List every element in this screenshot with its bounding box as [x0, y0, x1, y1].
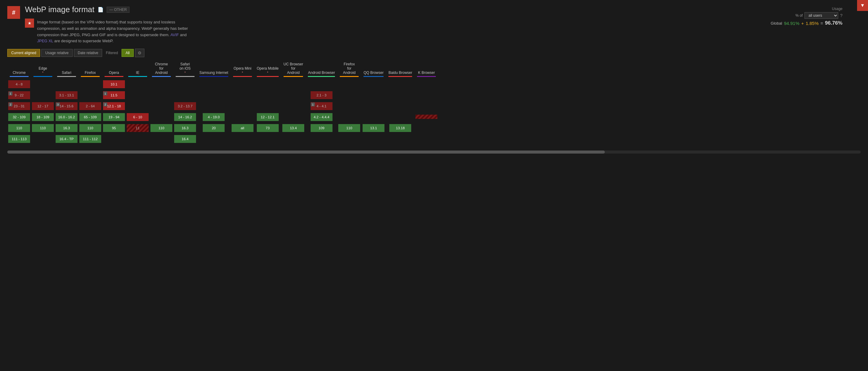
table-cell[interactable] — [126, 101, 150, 112]
table-cell[interactable]: 11 — [126, 122, 150, 134]
scrollbar-track[interactable] — [7, 150, 861, 153]
table-cell[interactable] — [150, 90, 173, 101]
jpegxl-link[interactable]: JPEG XL — [37, 39, 53, 43]
table-cell[interactable]: 6 - 10 — [126, 112, 150, 122]
cell-0-8[interactable] — [203, 79, 225, 89]
cell-3-16[interactable] — [415, 115, 437, 119]
tab-all[interactable]: All — [122, 49, 133, 57]
table-cell[interactable] — [231, 79, 254, 90]
table-cell[interactable] — [386, 134, 414, 144]
table-cell[interactable] — [126, 134, 150, 144]
table-cell[interactable]: all — [231, 122, 254, 134]
cell-4-1[interactable]: 110 — [32, 124, 54, 132]
table-cell[interactable]: 4 - 19.0 — [197, 112, 231, 122]
table-cell[interactable]: 16.3 — [173, 122, 197, 134]
table-cell[interactable] — [254, 134, 281, 144]
cell-1-10[interactable] — [257, 90, 279, 100]
help-button[interactable]: ? — [840, 13, 842, 18]
table-cell[interactable] — [414, 134, 438, 144]
cell-1-9[interactable] — [231, 90, 253, 100]
table-cell[interactable] — [231, 134, 254, 144]
table-cell[interactable] — [55, 79, 79, 90]
cell-4-5[interactable]: 11 — [127, 124, 149, 132]
table-cell[interactable]: 110 — [150, 122, 173, 134]
cell-0-5[interactable] — [127, 79, 149, 89]
cell-0-15[interactable] — [389, 79, 411, 89]
cell-3-0[interactable]: 32 - 109 — [8, 113, 30, 121]
table-cell[interactable]: 16.3 — [55, 122, 79, 134]
cell-1-13[interactable] — [338, 90, 360, 100]
cell-3-8[interactable]: 4 - 19.0 — [203, 113, 225, 121]
table-cell[interactable] — [414, 90, 438, 101]
cell-4-2[interactable]: 16.3 — [56, 124, 78, 132]
cell-0-12[interactable] — [311, 79, 333, 89]
table-cell[interactable] — [361, 79, 386, 90]
cell-0-4[interactable]: 10.1 — [103, 80, 125, 88]
cell-1-1[interactable] — [32, 90, 54, 100]
cell-4-6[interactable]: 110 — [150, 124, 172, 132]
table-cell[interactable] — [414, 101, 438, 112]
table-cell[interactable]: 95 — [102, 122, 126, 134]
scrollbar-area[interactable] — [0, 150, 868, 156]
cell-4-12[interactable]: 109 — [311, 124, 333, 132]
cell-3-13[interactable] — [338, 112, 360, 122]
table-cell[interactable]: 19 - 22 — [7, 90, 31, 101]
cell-3-2[interactable]: 16.0 - 16.2 — [56, 113, 78, 121]
table-cell[interactable] — [79, 79, 102, 90]
cell-0-0[interactable]: 4 - 8 — [8, 80, 30, 88]
table-cell[interactable]: 3.2 - 13.7 — [173, 101, 197, 112]
table-cell[interactable]: 109 — [305, 122, 337, 134]
cell-0-7[interactable] — [174, 79, 196, 89]
table-cell[interactable] — [386, 101, 414, 112]
cell-1-6[interactable] — [150, 90, 172, 100]
table-cell[interactable] — [361, 134, 386, 144]
cell-4-9[interactable]: all — [231, 124, 253, 132]
cell-5-8[interactable] — [203, 134, 225, 144]
table-cell[interactable]: 3.1 - 13.1 — [55, 90, 79, 101]
cell-3-11[interactable] — [282, 112, 304, 122]
table-cell[interactable]: 110 — [337, 122, 361, 134]
table-cell[interactable] — [173, 79, 197, 90]
table-cell[interactable]: 4 - 8 — [7, 79, 31, 90]
table-cell[interactable]: 16.4 - TP — [55, 134, 79, 144]
cell-3-1[interactable]: 18 - 109 — [32, 113, 54, 121]
cell-2-5[interactable] — [127, 101, 149, 111]
cell-5-10[interactable] — [257, 134, 279, 144]
table-cell[interactable]: 111.5 — [102, 90, 126, 101]
table-cell[interactable]: 110 — [79, 122, 102, 134]
table-cell[interactable]: 14 - 4.1 — [305, 101, 337, 112]
cell-2-8[interactable] — [203, 101, 225, 111]
table-cell[interactable] — [281, 112, 306, 122]
cell-2-3[interactable]: 2 - 64 — [79, 102, 101, 110]
table-cell[interactable]: 314 - 15.6 — [55, 101, 79, 112]
cell-2-4[interactable]: 212.1 - 18 — [103, 102, 125, 110]
cell-2-10[interactable] — [257, 101, 279, 111]
table-cell[interactable] — [31, 90, 55, 101]
cell-5-16[interactable] — [415, 134, 437, 144]
scrollbar-thumb[interactable] — [7, 150, 605, 153]
cell-3-6[interactable] — [150, 112, 172, 122]
table-cell[interactable] — [150, 79, 173, 90]
cell-1-2[interactable]: 3.1 - 13.1 — [56, 91, 78, 99]
table-cell[interactable] — [305, 79, 337, 90]
avif-link[interactable]: AVIF — [170, 32, 179, 37]
cell-0-14[interactable] — [363, 79, 384, 89]
cell-5-7[interactable]: 16.4 — [174, 135, 196, 143]
cell-1-14[interactable] — [363, 90, 384, 100]
table-cell[interactable] — [31, 79, 55, 90]
users-select[interactable]: all users tracked users — [804, 12, 838, 19]
star-icon[interactable]: ★ — [25, 19, 34, 28]
table-cell[interactable]: 16.4 — [173, 134, 197, 144]
cell-0-9[interactable] — [231, 79, 253, 89]
table-cell[interactable] — [150, 112, 173, 122]
table-cell[interactable]: 14 - 16.2 — [173, 112, 197, 122]
table-cell[interactable] — [31, 134, 55, 144]
table-cell[interactable] — [414, 79, 438, 90]
tab-current-aligned[interactable]: Current aligned — [7, 49, 40, 57]
table-cell[interactable] — [281, 101, 306, 112]
table-cell[interactable] — [150, 134, 173, 144]
cell-0-10[interactable] — [257, 79, 279, 89]
table-cell[interactable] — [414, 112, 438, 122]
table-cell[interactable] — [281, 90, 306, 101]
table-cell[interactable]: 73 — [254, 122, 281, 134]
